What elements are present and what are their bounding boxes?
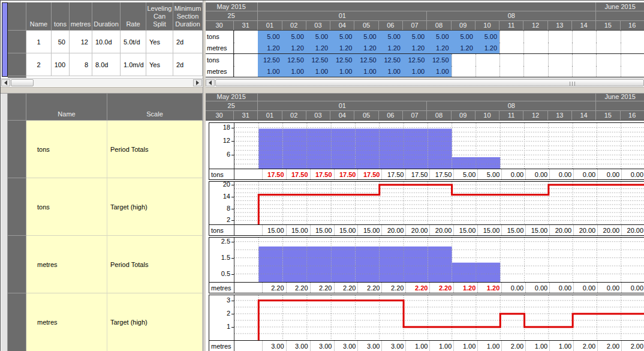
day-header-cell[interactable]: 08	[427, 111, 451, 120]
week-header-cell[interactable]: 08	[427, 101, 596, 110]
allocation-cell[interactable]	[596, 66, 620, 77]
allocation-cell[interactable]	[476, 66, 499, 77]
week-header-cell[interactable]: 25	[205, 101, 258, 110]
day-header-cell[interactable]: 13	[548, 111, 572, 120]
resource-cell-metres[interactable]: 8	[70, 53, 92, 76]
row-header-cell[interactable]	[8, 53, 26, 76]
allocation-cell[interactable]	[234, 43, 258, 54]
allocation-cell[interactable]: 12.50	[379, 54, 403, 66]
allocation-cell[interactable]: 1.00	[354, 66, 378, 77]
scale-type-cell[interactable]: Period Totals	[107, 236, 203, 293]
day-header-cell[interactable]: 05	[354, 111, 378, 120]
week-header-cell[interactable]: 08	[427, 11, 596, 20]
month-header-cell[interactable]: May 2015	[205, 2, 258, 11]
allocation-cell[interactable]: 1.00	[427, 66, 451, 77]
allocation-cell[interactable]: 1.20	[354, 43, 378, 54]
allocation-cell[interactable]: 5.00	[354, 31, 378, 43]
resource-cell-name[interactable]: 2	[26, 53, 52, 76]
allocation-cell[interactable]	[234, 66, 258, 77]
allocation-cell[interactable]: 1.20	[379, 43, 403, 54]
allocation-cell[interactable]: 5.00	[476, 31, 499, 43]
allocation-cell[interactable]	[621, 31, 644, 43]
allocation-cell[interactable]	[499, 31, 523, 43]
day-header-cell[interactable]: 01	[258, 21, 282, 30]
allocation-cell[interactable]	[523, 54, 547, 66]
month-header-cell[interactable]	[258, 2, 596, 11]
allocation-cell[interactable]: 5.00	[282, 31, 306, 43]
scale-type-cell[interactable]: Target (high)	[107, 178, 203, 236]
vertical-scrollbar-track[interactable]	[1, 92, 8, 351]
day-header-cell[interactable]: 30	[205, 111, 234, 120]
day-header-cell[interactable]: 10	[476, 21, 499, 30]
allocation-cell[interactable]	[596, 54, 620, 66]
resource-table-row[interactable]: 210088.0d1.0m/dYes2d	[8, 53, 203, 76]
day-header-cell[interactable]: 03	[306, 111, 330, 120]
row-header-cell[interactable]	[8, 31, 26, 53]
allocation-cell[interactable]: 5.00	[379, 31, 403, 43]
allocation-cell[interactable]	[234, 31, 258, 43]
allocation-cell[interactable]	[621, 54, 644, 66]
day-header-cell[interactable]: 02	[282, 111, 306, 120]
day-header-cell[interactable]: 03	[306, 21, 330, 30]
day-header-cell[interactable]: 15	[596, 21, 620, 30]
day-header-cell[interactable]: 01	[258, 111, 282, 120]
scale-name-cell[interactable]: tons	[26, 178, 107, 236]
allocation-cell[interactable]: 5.00	[330, 31, 354, 43]
resource-cell-name[interactable]: 1	[26, 31, 52, 53]
scale-table-row[interactable]: metresPeriod Totals	[8, 236, 203, 293]
allocation-cell[interactable]: 12.50	[282, 54, 306, 66]
row-header-cell[interactable]	[8, 293, 26, 351]
resource-cell-rate[interactable]: 1.0m/d	[121, 53, 146, 76]
resource-cell-tons[interactable]: 100	[52, 53, 70, 76]
row-header-cell[interactable]	[8, 236, 26, 293]
day-header-cell[interactable]: 11	[499, 111, 523, 120]
allocation-cell[interactable]: 1.20	[452, 43, 476, 54]
allocation-cell[interactable]	[548, 54, 572, 66]
allocation-cell[interactable]	[621, 66, 644, 77]
allocation-cell[interactable]: 5.00	[403, 31, 427, 43]
scroll-right-arrow[interactable]	[193, 79, 202, 86]
vertical-splitter[interactable]	[203, 1, 206, 351]
resource-cell-rate[interactable]: 5.0t/d	[121, 31, 146, 53]
day-header-cell[interactable]: 09	[452, 111, 476, 120]
allocation-cell[interactable]	[548, 43, 572, 54]
scale-name-cell[interactable]: metres	[26, 293, 107, 351]
resource-cell-duration[interactable]: 10.0d	[92, 31, 121, 53]
resource-cell-metres[interactable]: 12	[70, 31, 92, 53]
allocation-cell[interactable]: 1.20	[306, 43, 330, 54]
column-header-scale[interactable]: Scale	[107, 92, 203, 121]
scale-table-row[interactable]: tonsPeriod Totals	[8, 121, 203, 178]
allocation-cell[interactable]: 12.50	[306, 54, 330, 66]
allocation-cell[interactable]: 1.20	[330, 43, 354, 54]
day-header-cell[interactable]: 08	[427, 21, 451, 30]
day-header-cell[interactable]: 31	[234, 111, 258, 120]
scale-name-cell[interactable]: tons	[26, 121, 107, 178]
allocation-cell[interactable]	[234, 54, 258, 66]
day-header-cell[interactable]: 11	[499, 21, 523, 30]
allocation-cell[interactable]	[596, 43, 620, 54]
day-header-cell[interactable]: 16	[621, 21, 644, 30]
resource-cell-tons[interactable]: 50	[52, 31, 70, 53]
column-header-duration[interactable]: Duration	[92, 2, 121, 31]
day-header-cell[interactable]: 02	[282, 21, 306, 30]
scale-type-cell[interactable]: Period Totals	[107, 121, 203, 178]
week-header-cell[interactable]: 01	[258, 101, 427, 110]
allocation-cell[interactable]	[596, 31, 620, 43]
allocation-cell[interactable]: 1.00	[379, 66, 403, 77]
week-header-cell[interactable]: 01	[258, 11, 427, 20]
row-header-cell[interactable]	[8, 121, 26, 178]
allocation-cell[interactable]: 1.20	[258, 43, 282, 54]
month-header-cell[interactable]: June 2015	[596, 2, 644, 11]
column-header-leveling_can_split[interactable]: Leveling Can Split	[146, 2, 173, 31]
scroll-thumb[interactable]	[215, 79, 644, 86]
allocation-cell[interactable]: 1.00	[258, 66, 282, 77]
allocation-cell[interactable]	[452, 54, 476, 66]
day-header-cell[interactable]: 07	[403, 21, 427, 30]
day-header-cell[interactable]: 16	[621, 111, 644, 120]
allocation-cell[interactable]: 5.00	[306, 31, 330, 43]
resource-table-hscrollbar[interactable]	[1, 78, 203, 86]
day-header-cell[interactable]: 04	[330, 21, 354, 30]
allocation-cell[interactable]	[499, 66, 523, 77]
scale-type-cell[interactable]: Target (high)	[107, 293, 203, 351]
allocation-cell[interactable]	[452, 66, 476, 77]
